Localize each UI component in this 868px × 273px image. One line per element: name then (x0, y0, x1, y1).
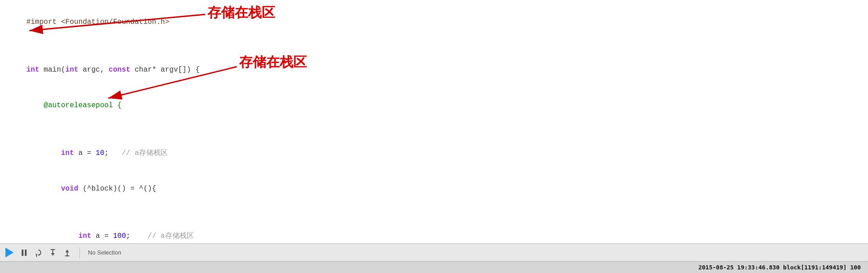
code-line-6: int a = 10; // a存储栈区 (9, 135, 859, 171)
status-text: 2015-08-25 19:33:46.830 block[1191:14941… (698, 264, 861, 271)
code-line-4: @autoreleasepool { (9, 88, 859, 123)
code-line-9: int a = 100; // a存储栈区 (9, 218, 859, 243)
step-over-button[interactable] (34, 249, 42, 257)
toolbar-divider (79, 247, 80, 258)
code-line-5 (9, 123, 859, 135)
svg-marker-8 (51, 253, 55, 256)
status-bar: 2015-08-25 19:33:46.830 block[1191:14941… (0, 261, 868, 273)
svg-marker-11 (65, 250, 69, 252)
no-selection-label: No Selection (88, 249, 121, 256)
code-line-3: int main(int argc, const char* argv[]) { (9, 52, 859, 88)
play-button[interactable] (5, 249, 14, 257)
annotation-stack-2: 存储在栈区 (239, 53, 307, 72)
debug-toolbar: No Selection (0, 243, 868, 261)
pause-button[interactable] (20, 249, 28, 257)
step-into-button[interactable] (49, 249, 57, 257)
svg-marker-6 (36, 253, 37, 255)
code-editor: #import <Foundation/Foundation.h> int ma… (0, 0, 868, 243)
step-out-button[interactable] (63, 249, 71, 257)
code-line-1: #import <Foundation/Foundation.h> (9, 5, 859, 40)
code-line-2 (9, 40, 859, 52)
code-line-7: void (^block)() = ^(){ (9, 171, 859, 206)
annotation-stack-1: 存储在栈区 (208, 4, 275, 22)
code-line-8 (9, 207, 859, 218)
